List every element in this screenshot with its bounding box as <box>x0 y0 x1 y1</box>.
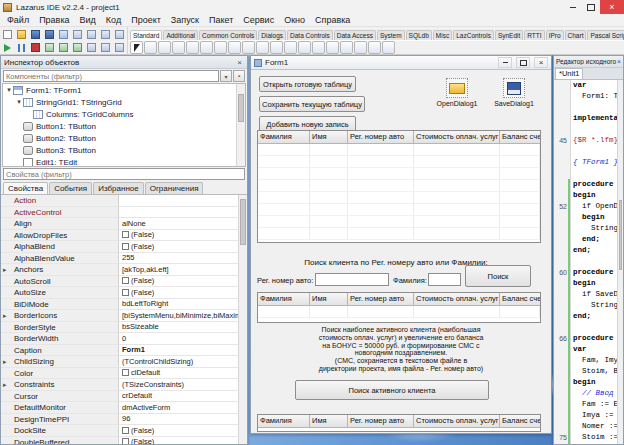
property-row[interactable]: BorderStylebsSizeable <box>1 322 247 334</box>
step-out-icon[interactable] <box>71 42 84 54</box>
checkbox-icon[interactable] <box>122 289 129 296</box>
menu-item[interactable]: Окно <box>279 14 310 26</box>
property-row[interactable]: Action <box>1 195 247 207</box>
tree-scrollbar-thumb[interactable] <box>238 94 244 122</box>
label-icon[interactable] <box>186 41 199 54</box>
inspector-tab-4[interactable]: Ограничения <box>145 182 204 194</box>
property-value[interactable]: (False) <box>119 437 247 445</box>
popup-menu-icon[interactable] <box>158 41 171 54</box>
property-value[interactable]: alNone <box>119 218 247 229</box>
tree-item[interactable]: Edit1: TEdit <box>3 156 245 167</box>
radio-group-icon[interactable] <box>326 41 339 54</box>
expand-icon[interactable]: ▸ <box>3 379 7 390</box>
component-tree[interactable]: ▾Form1: TForm1▾StringGrid1: TStringGridC… <box>2 83 246 167</box>
tree-item[interactable]: ▾Form1: TForm1 <box>3 84 245 96</box>
group-box-icon[interactable] <box>312 41 325 54</box>
inspector-tab-1[interactable]: Свойства <box>3 182 48 194</box>
form-design-surface[interactable]: Открыть готовую таблицуСохранить текущую… <box>251 70 551 433</box>
property-row[interactable]: ▸BorderIcons[biSystemMenu,biMinimize,biM… <box>1 310 247 322</box>
property-value[interactable]: crDefault <box>119 391 247 402</box>
palette-tab-chart[interactable]: Chart <box>565 30 587 40</box>
property-row[interactable]: AlphaBlendValue255 <box>1 253 247 265</box>
view-forms-icon[interactable] <box>99 29 112 41</box>
search-button[interactable]: Поиск <box>465 265 531 287</box>
cursor-icon[interactable] <box>130 41 143 54</box>
property-value[interactable] <box>119 207 247 218</box>
tree-item[interactable]: Button1: TButton <box>3 120 245 132</box>
property-value[interactable]: (False) <box>119 230 247 241</box>
frame-icon[interactable] <box>368 41 381 54</box>
edit-icon[interactable] <box>200 41 213 54</box>
property-value[interactable]: [biSystemMenu,biMinimize,biMaximize] <box>119 310 247 321</box>
property-row[interactable]: BiDiModebdLeftToRight <box>1 299 247 311</box>
reg-number-input[interactable] <box>315 273 389 286</box>
property-row[interactable]: ▸ChildSizing(TControlChildSizing) <box>1 356 247 368</box>
new-form-icon[interactable] <box>57 29 70 41</box>
components-menu-icon[interactable]: ▪ <box>233 70 245 82</box>
form-button-2[interactable]: Сохранить текущую таблицу <box>259 96 365 112</box>
property-value[interactable]: dmActiveForm <box>119 402 247 413</box>
form-close-button[interactable]: × <box>534 57 548 68</box>
search-active-client-button[interactable]: Поиск активного клиента <box>295 380 489 400</box>
property-row[interactable]: CaptionForm1 <box>1 345 247 357</box>
tree-item[interactable]: Button3: TButton <box>3 144 245 156</box>
step-into-icon[interactable] <box>57 42 70 54</box>
tree-scrollbar[interactable] <box>236 84 245 166</box>
property-row[interactable]: ColorclDefault <box>1 368 247 380</box>
tab-unit1[interactable]: *Unit1 <box>555 68 583 79</box>
checkbox-icon[interactable] <box>122 427 129 434</box>
property-value[interactable]: (TSizeConstraints) <box>119 379 247 390</box>
property-row[interactable]: BorderWidth0 <box>1 333 247 345</box>
components-filter-input[interactable] <box>3 70 219 82</box>
form-button-1[interactable]: Открыть готовую таблицу <box>259 76 356 92</box>
checkbox-icon[interactable] <box>122 243 129 250</box>
toggle-box-icon[interactable] <box>228 41 241 54</box>
palette-tab-ipro[interactable]: IPro <box>546 30 564 40</box>
palette-tab-synedit[interactable]: SynEdit <box>495 30 523 40</box>
restart-icon[interactable] <box>99 42 112 54</box>
property-value[interactable]: Form1 <box>119 345 247 356</box>
checkbox-icon[interactable] <box>122 277 129 284</box>
menu-item[interactable]: Пакет <box>204 14 238 26</box>
menu-item[interactable]: Правка <box>34 14 74 26</box>
property-row[interactable]: ActiveControl <box>1 207 247 219</box>
palette-tab-standard[interactable]: Standard <box>130 30 162 40</box>
palette-tab-misc[interactable]: Misc <box>433 30 452 40</box>
properties-filter-input[interactable] <box>3 168 245 180</box>
close-button[interactable]: × <box>600 0 624 14</box>
save-icon[interactable] <box>29 29 42 41</box>
property-row[interactable]: DockSite(False) <box>1 425 247 437</box>
menu-item[interactable]: Проект <box>126 14 166 26</box>
property-value[interactable]: (False) <box>119 425 247 436</box>
new-unit-icon[interactable] <box>2 29 15 41</box>
save-all-icon[interactable] <box>43 29 56 41</box>
property-row[interactable]: AllowDropFiles(False) <box>1 230 247 242</box>
combo-box-icon[interactable] <box>284 41 297 54</box>
memo-icon[interactable] <box>214 41 227 54</box>
stringgrid-search-results[interactable]: ФамилияИмяРег. номер автоСтоимость оплач… <box>257 292 541 323</box>
maximize-button[interactable] <box>582 0 600 14</box>
button-icon[interactable] <box>172 41 185 54</box>
environment-options-icon[interactable] <box>113 42 126 54</box>
tree-item[interactable]: Columns: TGridColumns <box>3 108 245 120</box>
build-mode-icon[interactable] <box>113 29 126 41</box>
palette-tab-data-access[interactable]: Data Access <box>334 30 376 40</box>
inspector-tab-2[interactable]: События <box>49 182 92 194</box>
editor-code-area[interactable]: var Form1: TForm1;implementation{$R *.lf… <box>571 80 617 444</box>
menu-item[interactable]: Сервис <box>238 14 279 26</box>
property-value[interactable]: bsSizeable <box>119 322 247 333</box>
editor-scrollbar-thumb[interactable] <box>619 200 622 270</box>
tree-item[interactable]: Button2: TButton <box>3 132 245 144</box>
list-box-icon[interactable] <box>270 41 283 54</box>
menu-item[interactable]: Код <box>101 14 126 26</box>
property-row[interactable]: AutoScroll(False) <box>1 276 247 288</box>
stringgrid-active-client[interactable]: ФамилияИмяРег. номер автоСтоимость оплач… <box>257 414 541 432</box>
property-row[interactable]: ▸Anchors[akTop,akLeft] <box>1 264 247 276</box>
inspector-tab-3[interactable]: Избранное <box>93 182 144 194</box>
property-value[interactable]: (False) <box>119 287 247 298</box>
step-over-icon[interactable] <box>43 42 56 54</box>
palette-tab-sqldb[interactable]: SQLdb <box>406 30 432 40</box>
palette-tab-common-controls[interactable]: Common Controls <box>199 30 257 40</box>
pause-icon[interactable] <box>15 42 28 54</box>
property-grid-scrollbar-thumb[interactable] <box>240 199 246 245</box>
